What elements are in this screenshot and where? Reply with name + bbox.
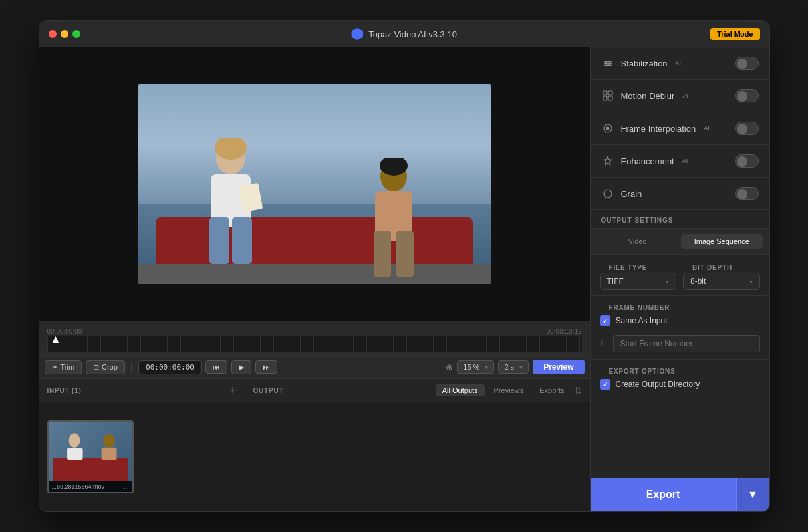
output-sort-button[interactable]: ⇅ — [574, 385, 582, 396]
create-output-dir-checkbox[interactable]: ✓ — [600, 379, 610, 390]
file-type-bit-depth-row: File Type TIFF ▾ Bit Depth 8-bit ▾ — [591, 255, 769, 295]
grain-toggle[interactable] — [735, 187, 759, 200]
svg-marker-27 — [604, 156, 612, 165]
thumb-scene — [49, 422, 132, 481]
frame-number-label: Frame Number — [600, 300, 760, 313]
output-panel: Output All Outputs Previews Exports ⇅ — [245, 379, 590, 511]
export-dropdown-icon: ▼ — [747, 489, 758, 501]
frame-interpolation-tool-left: Frame Interpolation AI — [601, 122, 710, 135]
svg-point-19 — [607, 63, 609, 65]
svg-point-28 — [604, 190, 612, 198]
tab-previews[interactable]: Previews — [487, 384, 531, 396]
bit-depth-select[interactable]: 8-bit ▾ — [683, 273, 760, 290]
output-tabs: All Outputs Previews Exports ⇅ — [436, 384, 582, 396]
video-preview — [39, 47, 590, 321]
svg-point-18 — [605, 61, 606, 63]
same-as-input-checkbox[interactable]: ✓ — [600, 315, 610, 326]
stabilization-toggle-knob — [737, 59, 747, 69]
file-type-select[interactable]: TIFF ▾ — [600, 273, 677, 290]
video-scene — [138, 84, 491, 284]
right-panel: Stabilization AI — [590, 47, 769, 511]
zoom-icon: ⊕ — [446, 362, 453, 372]
svg-point-13 — [103, 434, 115, 447]
file-type-chevron-icon: ▾ — [666, 278, 669, 285]
play-forward-button[interactable]: ⏭ — [255, 360, 277, 374]
tab-video[interactable]: Video — [597, 234, 679, 249]
enhancement-super: AI — [682, 158, 688, 164]
timeline-end-time: 00:00:10;12 — [547, 328, 582, 335]
play-icon: ▶ — [239, 363, 244, 372]
input-panel-header: Input (1) + — [39, 379, 245, 402]
output-settings-tabs: Video Image Sequence — [591, 229, 769, 255]
minimize-button[interactable] — [61, 30, 68, 38]
svg-rect-4 — [232, 217, 252, 264]
svg-point-20 — [605, 65, 607, 66]
motion-deblur-toggle-knob — [737, 91, 747, 102]
window-title-area: Topaz Video AI v3.3.10 — [351, 28, 457, 40]
time-display: 00:00:00;00 — [138, 360, 202, 374]
frame-interpolation-label: Frame Interpolation — [621, 124, 696, 134]
create-output-dir-row: ✓ Create Output Directory — [600, 376, 760, 392]
motion-deblur-toggle[interactable] — [735, 89, 759, 102]
trim-button[interactable]: ✂ Trim — [45, 360, 82, 374]
crop-button[interactable]: ⊡ Crop — [86, 360, 125, 374]
play-button[interactable]: ▶ — [231, 360, 251, 374]
close-button[interactable] — [49, 30, 57, 38]
output-settings-panel: Output Settings Video Image Sequence Fil… — [591, 210, 769, 478]
output-content — [245, 402, 590, 511]
timeline-area: 00:00:00;00 00:00:10;12 — [39, 321, 590, 355]
export-button[interactable]: Export — [591, 478, 736, 511]
grain-toggle-knob — [737, 189, 747, 200]
export-bar: Export ▼ — [591, 478, 769, 511]
topaz-logo-icon — [351, 28, 363, 40]
person-left-silhouette — [191, 138, 271, 284]
motion-deblur-super: AI — [682, 92, 688, 99]
svg-point-26 — [606, 127, 609, 130]
deblur-icon — [601, 89, 614, 102]
create-dir-check-icon: ✓ — [603, 381, 608, 388]
frame-interpolation-toggle[interactable] — [735, 122, 759, 135]
main-content: 00:00:00;00 00:00:10;12 ✂ Trim ⊡ Crop — [39, 47, 769, 511]
tab-exports[interactable]: Exports — [533, 384, 571, 396]
tab-all-outputs[interactable]: All Outputs — [436, 384, 485, 396]
left-panel: 00:00:00;00 00:00:10;12 ✂ Trim ⊡ Crop — [39, 47, 590, 511]
trim-icon: ✂ — [52, 363, 58, 372]
export-dropdown-button[interactable]: ▼ — [736, 478, 769, 511]
grain-tool: Grain — [591, 178, 769, 210]
preview-button[interactable]: Preview — [533, 360, 584, 374]
timeline-scrubber[interactable] — [47, 336, 582, 352]
svg-point-11 — [69, 433, 80, 448]
person-right-silhouette — [360, 158, 427, 284]
zoom-select[interactable]: 15 % ▾ — [457, 360, 494, 374]
thumb-filename: ...69.28115864.mov ... — [49, 481, 132, 492]
stabilization-toggle[interactable] — [735, 57, 759, 70]
trial-mode-badge: Trial Mode — [710, 28, 759, 40]
motion-deblur-tool: Motion Deblur AI — [591, 80, 769, 112]
grain-icon — [601, 187, 614, 200]
same-as-input-row: ✓ Same As Input — [600, 313, 760, 329]
play-forward-icon: ⏭ — [263, 363, 270, 371]
start-frame-input[interactable] — [613, 335, 760, 352]
play-back-button[interactable]: ⏮ — [205, 360, 227, 374]
interval-chevron-icon: ▾ — [519, 364, 523, 371]
maximize-button[interactable] — [72, 30, 80, 38]
play-back-icon: ⏮ — [213, 363, 220, 371]
thumb-more-options[interactable]: ... — [124, 483, 129, 490]
title-bar: Topaz Video AI v3.3.10 Trial Mode — [39, 21, 769, 47]
motion-deblur-tool-left: Motion Deblur AI — [601, 89, 688, 102]
interval-select[interactable]: 2 s ▾ — [498, 360, 529, 374]
stabilization-tool-left: Stabilization AI — [601, 57, 682, 70]
thumb-person-left — [61, 431, 94, 461]
same-as-input-label: Same As Input — [616, 316, 668, 325]
tab-image-sequence[interactable]: Image Sequence — [681, 234, 763, 249]
output-header: Output All Outputs Previews Exports ⇅ — [245, 379, 590, 402]
enhancement-toggle[interactable] — [735, 154, 759, 168]
video-thumbnail[interactable]: ...69.28115864.mov ... — [47, 420, 134, 493]
svg-rect-21 — [603, 91, 607, 95]
add-input-button[interactable]: + — [229, 384, 237, 396]
frame-interpolation-super: AI — [704, 125, 710, 132]
bottom-panels: Input (1) + — [39, 378, 590, 511]
window-title: Topaz Video AI v3.3.10 — [368, 29, 457, 39]
bit-depth-label: Bit Depth — [683, 260, 760, 273]
traffic-lights — [49, 30, 80, 38]
